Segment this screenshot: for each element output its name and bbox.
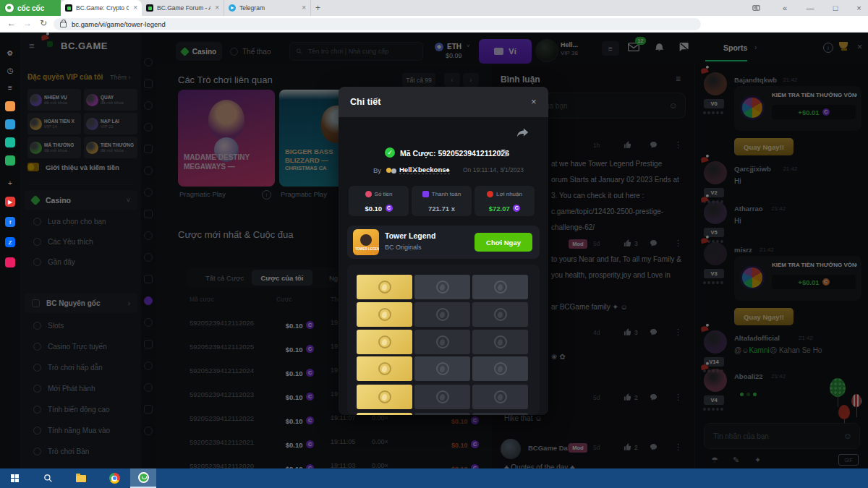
copy-icon[interactable] (501, 149, 509, 157)
chrome-icon[interactable] (101, 468, 127, 488)
browser-tab[interactable]: BC.Game Forum - A Cryptoc× (142, 0, 224, 16)
forward-button[interactable]: → (23, 18, 32, 28)
coin-emblem-icon (494, 308, 507, 321)
tower-legend-thumb[interactable]: TOWER LEGEND (353, 229, 379, 255)
card-purple-icon (422, 191, 429, 197)
coin-emblem-icon (494, 281, 507, 294)
minimize-button[interactable]: — (799, 0, 821, 16)
play-now-button[interactable]: Chơi Ngay (475, 233, 532, 252)
browser-tabbar: cốc cốc BC.Game: Crypto Casino Gam×BC.Ga… (0, 0, 868, 16)
maximize-button[interactable]: □ (825, 0, 846, 16)
stat-card-1: Thanh toán721.71 x (412, 186, 472, 216)
coin-emblem-icon (436, 362, 449, 375)
taskbar-search-icon[interactable] (35, 468, 61, 488)
coin-emblem-icon (378, 308, 391, 321)
messenger-blue-icon[interactable] (5, 119, 15, 129)
coin-emblem-icon (378, 362, 391, 375)
web-page: ⚙◷≡+▶fZ ≡ BC.GAME Đặc quyền VIP của tôi … (0, 33, 868, 468)
tower-tile[interactable] (414, 356, 470, 381)
tab-close-icon[interactable]: × (133, 4, 137, 12)
shopping-orange-icon[interactable] (5, 101, 15, 111)
coin-emblem-icon (494, 335, 507, 348)
green-app-icon[interactable] (5, 155, 15, 166)
modal-close-icon[interactable]: × (531, 96, 537, 107)
stat-value: $0.10 C (349, 201, 409, 214)
sidebar-toggle-icon[interactable]: « (774, 0, 796, 16)
bcgame-favicon-icon (146, 4, 153, 12)
stat-label: Thanh toán (432, 191, 461, 197)
tower-tile-selected[interactable] (357, 413, 412, 415)
facebook-icon[interactable]: f (5, 217, 15, 227)
windows-taskbar: ∧ ◁) ENG 9:42 PM 1/3/2023 (0, 468, 868, 488)
tower-tile-selected[interactable] (357, 385, 412, 409)
reload-button[interactable]: ↻ (40, 18, 47, 28)
tower-tile[interactable] (472, 302, 528, 327)
coin-emblem-icon (378, 281, 391, 294)
coin-emblem-icon (436, 281, 449, 294)
tower-tile[interactable] (472, 330, 528, 354)
game-title[interactable]: Tower Legend (385, 231, 435, 240)
browser-toolbar: ← → ↻ bc.game/vi/game/tower-legend ☆ ↓ ♬… (0, 16, 868, 33)
tower-tile[interactable] (472, 356, 528, 381)
stat-card-0: Số tiền$0.10 C (349, 186, 409, 216)
tower-tile[interactable] (472, 413, 528, 415)
coin-emblem-icon (436, 335, 449, 348)
back-button[interactable]: ← (7, 18, 16, 28)
verified-check-icon: ✓ (385, 147, 395, 158)
game-row: TOWER LEGEND Tower Legend BC Originals C… (347, 226, 540, 259)
address-bar[interactable]: bc.game/vi/game/tower-legend (54, 18, 701, 30)
tower-tile[interactable] (414, 413, 470, 415)
tower-tile-selected[interactable] (357, 302, 412, 327)
coccoc-side-rail: ⚙◷≡+▶fZ (0, 33, 20, 468)
bet-user[interactable]: Hell⚔beckons♠ (399, 166, 450, 174)
start-button[interactable] (1, 468, 27, 488)
stat-label-row: Thanh toán (412, 191, 472, 197)
tower-tile[interactable] (414, 385, 470, 409)
tower-tile-selected[interactable] (357, 356, 412, 381)
coin-emblem-icon (494, 390, 507, 403)
coin-emblem-icon (436, 390, 449, 403)
browser-tab[interactable]: Telegram× (224, 0, 311, 16)
bet-id-text[interactable]: Mã Cược: 59205239412112026 (400, 149, 509, 158)
settings-icon[interactable]: ⚙ (5, 48, 15, 58)
pink-app-icon[interactable] (5, 257, 15, 267)
close-window-button[interactable]: × (850, 0, 868, 16)
coin-emblem-icon (378, 390, 391, 403)
tower-tile[interactable] (472, 275, 528, 299)
reading-list-icon[interactable]: ≡ (5, 82, 15, 93)
tab-close-icon[interactable]: × (215, 4, 219, 12)
lock-icon (60, 22, 67, 27)
screen: cốc cốc BC.Game: Crypto Casino Gam×BC.Ga… (0, 0, 868, 488)
tab-title: BC.Game Forum - A Cryptoc (157, 4, 210, 12)
add-icon[interactable]: + (5, 178, 15, 188)
history-icon[interactable]: ◷ (5, 65, 15, 75)
url-text[interactable]: bc.game/vi/game/tower-legend (72, 20, 166, 28)
youtube-icon[interactable]: ▶ (5, 197, 15, 207)
file-explorer-icon[interactable] (68, 468, 94, 488)
tower-tile[interactable] (472, 385, 528, 409)
coin-emblem-icon (378, 335, 391, 348)
share-icon[interactable] (516, 127, 529, 137)
coccoc-taskbar-icon[interactable] (130, 468, 156, 488)
coin-emblem-icon (494, 362, 507, 375)
tower-tile-selected[interactable] (357, 275, 412, 299)
gorilla-art (360, 234, 372, 246)
tower-tile[interactable] (414, 302, 470, 327)
coin-emblem-icon (436, 308, 449, 321)
coccoc-brand[interactable]: cốc cốc (0, 0, 61, 16)
tower-tile[interactable] (414, 330, 470, 354)
new-tab-button[interactable]: + (311, 0, 327, 16)
tower-tile-selected[interactable] (357, 330, 412, 354)
teal-app-icon[interactable] (5, 137, 15, 147)
tab-search-icon[interactable] (745, 0, 767, 16)
tab-close-icon[interactable]: × (302, 4, 306, 12)
browser-tab[interactable]: BC.Game: Crypto Casino Gam× (61, 0, 142, 16)
modal-title: Chi tiết (350, 97, 380, 107)
tab-title: BC.Game: Crypto Casino Gam (76, 4, 129, 12)
person-red-icon (487, 191, 493, 197)
stat-card-2: Lợi nhuận$72.07 C (475, 186, 535, 216)
tower-tile[interactable] (414, 275, 470, 299)
thumb-text: TOWER LEGEND (355, 247, 379, 251)
telegram-favicon-icon (229, 4, 236, 12)
zalo-icon[interactable]: Z (5, 237, 15, 247)
